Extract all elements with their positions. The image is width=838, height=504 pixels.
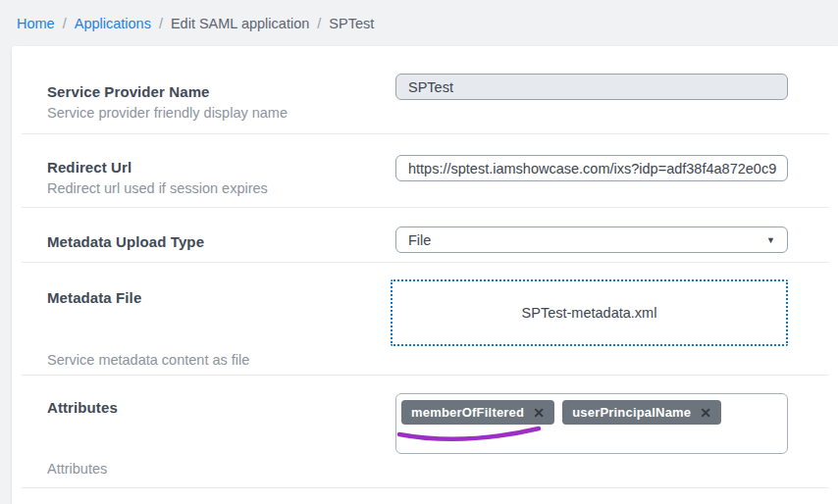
attributes-help: Attributes bbox=[47, 461, 107, 477]
attribute-tag-label: memberOfFiltered bbox=[411, 405, 524, 420]
redirect-url-input[interactable] bbox=[395, 155, 788, 181]
edit-saml-application-card: Service Provider Name Service provider f… bbox=[12, 46, 838, 504]
form-row-redirect-url: Redirect Url Redirect url used if sessio… bbox=[22, 134, 829, 208]
metadata-upload-type-label: Metadata Upload Type bbox=[47, 233, 204, 250]
form-row-service-provider-name: Service Provider Name Service provider f… bbox=[22, 46, 829, 134]
metadata-file-label: Metadata File bbox=[47, 289, 141, 306]
breadcrumb-separator: / bbox=[317, 16, 321, 31]
remove-tag-icon[interactable]: ✕ bbox=[533, 406, 545, 420]
attribute-tag-label: userPrincipalName bbox=[572, 405, 691, 420]
attributes-label: Attributes bbox=[47, 399, 118, 416]
attribute-tag-userPrincipalName[interactable]: userPrincipalName ✕ bbox=[562, 400, 721, 425]
redirect-url-label: Redirect Url bbox=[47, 159, 131, 176]
remove-tag-icon[interactable]: ✕ bbox=[700, 406, 711, 420]
form-row-attributes: Attributes Attributes memberOfFiltered ✕… bbox=[22, 376, 829, 488]
service-provider-name-help: Service provider friendly display name bbox=[47, 105, 288, 121]
metadata-file-dropzone[interactable]: SPTest-metadata.xml bbox=[391, 279, 788, 346]
attribute-tag-memberOfFiltered[interactable]: memberOfFiltered ✕ bbox=[401, 400, 554, 425]
metadata-upload-type-value: File bbox=[408, 232, 766, 248]
form-row-metadata-upload-type: Metadata Upload Type File ▼ bbox=[22, 208, 829, 263]
breadcrumb-separator: / bbox=[159, 16, 163, 31]
breadcrumb-separator: / bbox=[63, 16, 67, 31]
metadata-upload-type-select[interactable]: File ▼ bbox=[395, 227, 788, 253]
breadcrumb-home-link[interactable]: Home bbox=[17, 16, 55, 31]
redirect-url-help: Redirect url used if session expires bbox=[47, 180, 268, 196]
breadcrumb-sptest: SPTest bbox=[329, 16, 374, 31]
metadata-file-name: SPTest-metadata.xml bbox=[522, 305, 657, 321]
breadcrumb: Home / Applications / Edit SAML applicat… bbox=[0, 0, 838, 46]
chevron-down-icon: ▼ bbox=[766, 235, 775, 245]
metadata-file-help: Service metadata content as file bbox=[47, 352, 249, 368]
service-provider-name-label: Service Provider Name bbox=[47, 83, 210, 100]
form-row-metadata-file: Metadata File Service metadata content a… bbox=[22, 263, 829, 376]
service-provider-name-input[interactable] bbox=[395, 74, 788, 100]
attributes-input[interactable]: memberOfFiltered ✕ userPrincipalName ✕ bbox=[395, 393, 788, 454]
breadcrumb-applications-link[interactable]: Applications bbox=[75, 16, 151, 31]
breadcrumb-edit-saml-application: Edit SAML application bbox=[171, 16, 309, 31]
